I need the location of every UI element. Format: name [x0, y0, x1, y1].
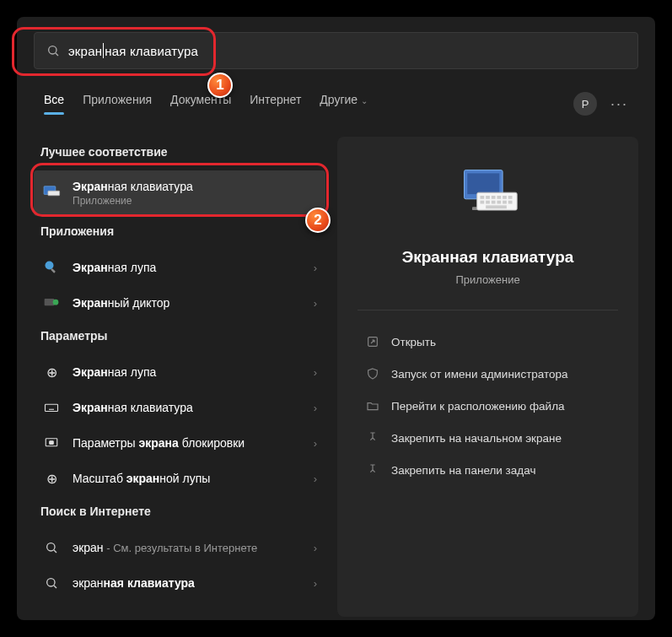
pin-icon — [366, 431, 379, 445]
result-app-magnifier[interactable]: Экранная лупа › — [34, 250, 325, 285]
svg-rect-5 — [51, 268, 56, 273]
svg-rect-30 — [508, 196, 512, 199]
chevron-right-icon: › — [314, 297, 317, 310]
results-column: Лучшее соответствие Экранная клавиатура … — [34, 137, 325, 617]
magnifier-app-icon — [42, 258, 61, 277]
section-settings: Параметры — [34, 321, 325, 354]
search-icon — [42, 538, 61, 557]
svg-rect-26 — [486, 196, 490, 199]
keyboard-monitor-icon — [42, 184, 61, 202]
svg-line-1 — [56, 53, 58, 56]
result-app-narrator[interactable]: Экранный диктор › — [34, 285, 325, 321]
preview-pane: Экранная клавиатура Приложение Открыть З… — [337, 137, 638, 617]
chevron-down-icon: ⌄ — [361, 96, 368, 105]
svg-rect-32 — [486, 201, 490, 204]
section-apps: Приложения — [34, 216, 325, 250]
narrator-app-icon — [42, 294, 61, 312]
svg-line-19 — [54, 586, 56, 588]
chevron-right-icon: › — [314, 366, 317, 379]
tab-apps[interactable]: Приложения — [83, 93, 152, 115]
chevron-right-icon: › — [314, 402, 317, 414]
search-icon — [46, 44, 60, 57]
svg-rect-28 — [497, 196, 501, 199]
chevron-right-icon: › — [314, 542, 317, 554]
more-button[interactable]: ··· — [610, 95, 628, 113]
svg-rect-15 — [50, 441, 54, 445]
lockscreen-icon — [42, 434, 61, 452]
preview-app-icon — [456, 164, 520, 228]
chevron-right-icon: › — [314, 262, 317, 274]
result-setting-lockscreen[interactable]: Параметры экрана блокировки › — [34, 425, 325, 461]
svg-point-7 — [53, 300, 59, 305]
svg-rect-8 — [46, 404, 58, 411]
divider — [358, 310, 618, 310]
chevron-right-icon: › — [314, 577, 317, 590]
tab-all[interactable]: Все — [44, 93, 64, 115]
result-setting-zoom[interactable]: ⊕ Масштаб экранной лупы › — [34, 461, 325, 496]
section-websearch: Поиск в Интернете — [34, 496, 325, 530]
pin-icon — [366, 463, 379, 477]
svg-rect-37 — [486, 205, 507, 208]
result-web-1[interactable]: экран - См. результаты в Интернете › — [34, 530, 325, 565]
keyboard-icon — [42, 398, 61, 417]
svg-point-16 — [47, 543, 55, 551]
svg-point-0 — [49, 46, 56, 54]
svg-rect-6 — [45, 299, 55, 305]
action-pin-start[interactable]: Закрепить на начальном экране — [358, 422, 618, 454]
section-best-match: Лучшее соответствие — [34, 137, 325, 170]
magnify-plus-icon: ⊕ — [42, 363, 61, 381]
svg-rect-31 — [480, 201, 484, 204]
action-file-location[interactable]: Перейти к расположению файла — [358, 390, 618, 422]
chevron-right-icon: › — [314, 437, 317, 450]
action-run-admin[interactable]: Запуск от имени администратора — [358, 358, 618, 390]
magnify-plus-icon: ⊕ — [42, 469, 61, 488]
open-icon — [366, 335, 379, 348]
svg-rect-27 — [491, 196, 495, 199]
action-open[interactable]: Открыть — [358, 326, 618, 358]
svg-line-17 — [54, 550, 56, 553]
svg-rect-36 — [508, 201, 512, 204]
svg-rect-3 — [48, 191, 60, 196]
preview-subtitle: Приложение — [455, 273, 519, 286]
shield-icon — [366, 367, 379, 381]
svg-point-18 — [47, 579, 55, 586]
annotation-badge-2: 2 — [305, 208, 331, 233]
svg-rect-25 — [480, 196, 484, 199]
svg-rect-29 — [503, 196, 507, 199]
preview-title: Экранная клавиатура — [402, 248, 574, 267]
search-text: экранная клавиатура — [68, 43, 198, 58]
result-setting-keyboard[interactable]: Экранная клавиатура › — [34, 390, 325, 425]
svg-point-4 — [46, 262, 54, 270]
action-pin-taskbar[interactable]: Закрепить на панели задач — [358, 454, 618, 486]
svg-rect-34 — [497, 201, 501, 204]
search-icon — [42, 574, 61, 592]
user-avatar[interactable]: P — [573, 92, 597, 116]
tab-more[interactable]: Другие⌄ — [320, 93, 368, 115]
result-setting-magnifier[interactable]: ⊕ Экранная лупа › — [34, 354, 325, 390]
svg-rect-33 — [491, 201, 495, 204]
annotation-badge-1: 1 — [207, 73, 233, 98]
result-web-2[interactable]: экранная клавиатура › — [34, 565, 325, 601]
search-input[interactable]: экранная клавиатура — [34, 32, 638, 69]
svg-rect-21 — [467, 173, 499, 194]
folder-icon — [366, 399, 379, 413]
svg-rect-35 — [503, 201, 507, 204]
chevron-right-icon: › — [314, 472, 317, 485]
tab-web[interactable]: Интернет — [250, 93, 301, 115]
result-best-match[interactable]: Экранная клавиатура Приложение — [34, 170, 325, 216]
filter-tabs: Все Приложения Документы Интернет Другие… — [17, 86, 655, 121]
